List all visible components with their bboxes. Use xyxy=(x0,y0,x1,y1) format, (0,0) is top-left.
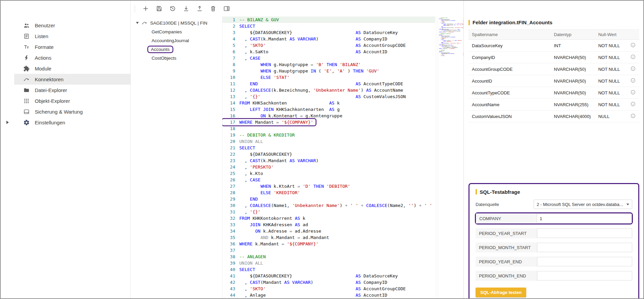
info-icon[interactable] xyxy=(630,101,636,107)
sidebar-item-konnektoren[interactable]: Konnektoren xyxy=(1,74,130,85)
code-line-13[interactable]: 13 , '{}' AS CustomValuesJSON xyxy=(222,93,435,100)
code-line-37[interactable]: 37 xyxy=(222,247,435,253)
line-number: 37 xyxy=(222,247,239,253)
code-line-26[interactable]: 26 , CASE xyxy=(222,177,435,183)
code-line-27[interactable]: 27 WHEN k.KtoArt = 'D' THEN 'DEBITOR' xyxy=(222,183,435,189)
tree-item-accounts[interactable]: Accounts xyxy=(131,45,222,54)
code-text: END xyxy=(239,196,258,202)
tree-item-getcompanies[interactable]: GetCompanies xyxy=(131,27,222,36)
param-input-company[interactable] xyxy=(537,214,632,223)
code-line-42[interactable]: 42 , CAST(Mandant AS VARCHAR) AS Company… xyxy=(222,279,435,286)
code-line-35[interactable]: 35 AND k.Mandant = ad.Mandant xyxy=(222,234,435,241)
editor-code[interactable]: 1-- BILANZ & GUV2SELECT3 ${DATASOURCEKEY… xyxy=(222,17,435,298)
code-line-9[interactable]: 9 WHEN g.Hauptgruppe IN ( 'E', 'A' ) THE… xyxy=(222,68,435,74)
code-line-36[interactable]: 36WHERE k.Mandant = '${COMPANY}' xyxy=(222,241,435,247)
code-line-38[interactable]: 38-- ANLAGEN xyxy=(222,253,435,260)
code-line-2[interactable]: 2SELECT xyxy=(222,23,435,29)
sidebar-item-datei-explorer[interactable]: Datei-Explorer xyxy=(1,85,130,95)
code-text: -- BILANZ & GUV xyxy=(239,17,279,23)
tree-children: GetCompaniesAccountingJournalAccountsCos… xyxy=(131,27,222,62)
code-line-41[interactable]: 41 ${DATASOURCEKEY} AS DataSourceKey xyxy=(222,273,435,279)
save-button[interactable] xyxy=(153,3,165,14)
sidebar-item-listen[interactable]: Listen xyxy=(1,31,130,41)
code-line-39[interactable]: 39UNION ALL xyxy=(222,260,435,266)
info-icon[interactable] xyxy=(630,113,636,119)
param-input-period-year-end[interactable] xyxy=(537,257,632,266)
code-line-18[interactable]: 18 xyxy=(222,125,435,132)
code-line-24[interactable]: 24 , 'PERSKTO' xyxy=(222,164,435,170)
code-line-10[interactable]: 10 ELSE 'STAT' xyxy=(222,74,435,81)
download-button[interactable] xyxy=(180,3,192,14)
line-number: 6 xyxy=(222,49,239,55)
code-line-19[interactable]: 19-- DEBITOR & KREDITOR xyxy=(222,132,435,138)
param-input-period-year-start[interactable] xyxy=(537,229,632,238)
sidebar-item-benutzer[interactable]: Benutzer xyxy=(1,20,130,31)
editor-scrollbar[interactable] xyxy=(435,17,439,298)
delete-button[interactable] xyxy=(207,3,219,14)
code-line-25[interactable]: 25 , k.Kto xyxy=(222,170,435,177)
folder-icon xyxy=(23,87,30,93)
code-line-5[interactable]: 5 , 'SKTO' AS AccountGroupCODE xyxy=(222,42,435,49)
sql-editor[interactable]: 1-- BILANZ & GUV2SELECT3 ${DATASOURCEKEY… xyxy=(222,17,463,298)
code-line-32[interactable]: 32FROM KHKKontokorrent AS k xyxy=(222,215,435,221)
code-line-6[interactable]: 6 , k.SaKto AS AccountID xyxy=(222,49,435,55)
expand-arrow-icon[interactable] xyxy=(6,121,9,124)
code-line-40[interactable]: 40SELECT xyxy=(222,266,435,273)
sidebar-item-actions[interactable]: Actions xyxy=(1,52,130,63)
code-line-11[interactable]: 11 END AS AccountTypeCODE xyxy=(222,81,435,87)
sidebar-item-formate[interactable]: Formate xyxy=(1,41,130,52)
code-line-7[interactable]: 7 , CASE xyxy=(222,55,435,61)
info-icon[interactable] xyxy=(630,89,636,95)
param-input-period-month-end[interactable] xyxy=(537,271,632,280)
code-line-14[interactable]: 14FROM KHKSachkonten AS k xyxy=(222,100,435,106)
split-view-button[interactable] xyxy=(221,3,232,14)
code-line-30[interactable]: 30 , COALESCE(Name1, 'Unbekannter Name')… xyxy=(222,202,435,209)
code-line-1[interactable]: 1-- BILANZ & GUV xyxy=(222,17,435,23)
code-line-21[interactable]: 21SELECT xyxy=(222,145,435,151)
sidebar-item-module[interactable]: Module xyxy=(1,63,130,74)
tree-root-sage100de[interactable]: SAGE100DE | MSSQL | FIN xyxy=(131,19,222,27)
info-icon[interactable] xyxy=(630,54,636,60)
tree-item-accountingjournal[interactable]: AccountingJournal xyxy=(131,36,222,45)
restore-button[interactable] xyxy=(167,3,178,14)
code-line-17[interactable]: 17WHERE Mandant = '${COMPANY}' xyxy=(222,119,316,125)
info-icon[interactable] xyxy=(630,42,636,48)
code-line-4[interactable]: 4 , CAST(k.Mandant AS VARCHAR) AS Compan… xyxy=(222,36,435,42)
sidebar-item-sicherung-wartung[interactable]: Sicherung & Wartung xyxy=(1,106,130,117)
upload-button[interactable] xyxy=(194,3,205,14)
add-button[interactable] xyxy=(140,3,151,14)
code-line-29[interactable]: 29 END xyxy=(222,196,435,202)
sidebar-item-objekt-explorer[interactable]: Objekt-Explorer xyxy=(1,95,130,106)
param-input-period-month-start[interactable] xyxy=(537,243,632,252)
run-sql-test-button[interactable]: SQL-Abfrage testen xyxy=(476,288,526,297)
code-line-12[interactable]: 12 , COALESCE(k.Bezeichnung, 'Unbekannte… xyxy=(222,87,435,93)
datasource-select[interactable]: 2 - Microsoft SQL Server on octdev.datab… xyxy=(534,200,632,209)
code-line-23[interactable]: 23 , CAST(k.Mandant AS VARCHAR) xyxy=(222,157,435,164)
code-text: ELSE 'KREDITOR' xyxy=(239,189,300,196)
caret-down-icon[interactable] xyxy=(136,22,139,24)
code-line-34[interactable]: 34 ON k.Adresse = ad.Adresse xyxy=(222,228,435,234)
code-line-15[interactable]: 15 LEFT JOIN KHKSachkontenarten AS g xyxy=(222,106,435,113)
tree-item-costobjects[interactable]: CostObjects xyxy=(131,54,222,62)
info-icon[interactable] xyxy=(630,66,636,71)
code-line-28[interactable]: 28 ELSE 'KREDITOR' xyxy=(222,189,435,196)
list-icon xyxy=(23,33,30,39)
code-line-8[interactable]: 8 WHEN g.Hauptgruppe = 'B' THEN 'BILANZ' xyxy=(222,61,435,68)
sidebar-item-label: Module xyxy=(35,66,51,71)
line-number: 30 xyxy=(222,202,239,209)
code-line-43[interactable]: 43 , 'SKTO' AS AccountGroupCODE xyxy=(222,286,435,292)
grid-icon xyxy=(23,98,30,104)
field-cell: AccountGroupCODE xyxy=(468,63,551,75)
code-line-20[interactable]: 20UNION ALL xyxy=(222,138,435,145)
info-icon[interactable] xyxy=(630,78,636,83)
sidebar-item-einstellungen[interactable]: Einstellungen xyxy=(1,117,130,128)
code-text: LEFT JOIN KHKSachkontenarten AS g xyxy=(239,106,340,113)
code-line-31[interactable]: 31 , '{}' xyxy=(222,209,435,215)
editor-minimap[interactable]: -- BILANZ & GUVSELECT ${DATASOURCEKEY} A… xyxy=(439,17,463,298)
code-line-44[interactable]: 44 , Anlage AS AccountID xyxy=(222,292,435,298)
code-line-22[interactable]: 22 ${DATASOURCEKEY} xyxy=(222,151,435,157)
line-number: 5 xyxy=(222,42,239,49)
code-line-16[interactable]: 16 ON k.Kontenart = g.Kontengruppe xyxy=(222,113,435,119)
code-line-3[interactable]: 3 ${DATASOURCEKEY} AS DataSourceKey xyxy=(222,29,435,36)
code-line-33[interactable]: 33 JOIN KHKAdressen AS ad xyxy=(222,221,435,228)
